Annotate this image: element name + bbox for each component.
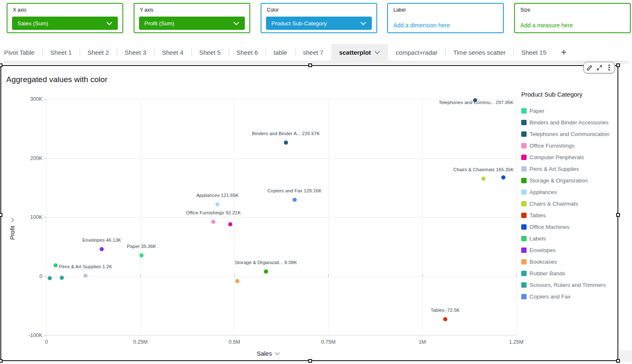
tab-Sheet 1[interactable]: Sheet 1 bbox=[42, 44, 80, 61]
resize-handle-top-right[interactable] bbox=[616, 63, 620, 67]
add-sheet-button[interactable]: + bbox=[554, 44, 573, 61]
tab-Pivot Table[interactable]: Pivot Table bbox=[0, 44, 42, 61]
point-label: Office Furnishings 92.21K bbox=[186, 210, 241, 215]
gridline-horizontal bbox=[46, 158, 516, 159]
tab-compact+radar[interactable]: compact+radar bbox=[388, 44, 445, 61]
legend-swatch bbox=[521, 201, 527, 206]
edit-pencil-icon[interactable] bbox=[586, 63, 594, 72]
x-axis-field-pill[interactable]: Sales (Sum) bbox=[12, 17, 118, 30]
legend-swatch bbox=[521, 189, 527, 195]
legend-item-label: Computer Peripherals bbox=[530, 154, 584, 160]
tab-sheet 7[interactable]: sheet 7 bbox=[295, 44, 331, 61]
scatter-point[interactable] bbox=[83, 274, 88, 278]
chevron-down-icon bbox=[360, 22, 366, 25]
y-axis-tick-label: 300K bbox=[19, 96, 42, 102]
legend-item[interactable]: Rubber Bands bbox=[521, 270, 618, 276]
field-well-title: Y axis bbox=[140, 7, 153, 13]
gridline-horizontal bbox=[46, 99, 516, 99]
legend-item-label: Pens & Art Supplies bbox=[530, 166, 579, 172]
y-axis-tick-mark bbox=[44, 335, 46, 336]
legend-item[interactable]: Scissors, Rulers and Trimmers bbox=[521, 282, 618, 288]
point-label: Storage & Organizati... 8.08K bbox=[235, 260, 297, 265]
legend-item[interactable]: Labels bbox=[521, 235, 618, 241]
gridline-horizontal bbox=[46, 277, 516, 277]
scatter-point[interactable] bbox=[54, 263, 58, 267]
scatter-point[interactable] bbox=[264, 269, 268, 274]
visual-toolbar bbox=[583, 62, 615, 73]
add-measure-placeholder[interactable]: Add a measure here bbox=[520, 22, 573, 29]
resize-handle-bottom-left[interactable] bbox=[0, 359, 2, 363]
scatter-point[interactable] bbox=[293, 198, 297, 202]
resize-handle-bottom-right[interactable] bbox=[616, 359, 620, 363]
legend-item[interactable]: Copiers and Fax bbox=[521, 294, 618, 299]
legend-item[interactable]: Office Furnishings bbox=[521, 143, 618, 148]
tab-label: Pivot Table bbox=[4, 49, 34, 56]
tab-label: Sheet 1 bbox=[50, 49, 72, 56]
color-field-pill[interactable]: Product Sub-Category bbox=[266, 17, 372, 30]
tab-Time series scatter[interactable]: Time series scatter bbox=[445, 44, 513, 61]
kebab-menu-icon[interactable] bbox=[605, 63, 613, 72]
scatter-point[interactable] bbox=[228, 222, 232, 226]
legend-item-label: Office Furnishings bbox=[530, 143, 575, 149]
field-well-color[interactable]: Color Product Sub-Category bbox=[261, 3, 377, 33]
resize-handle-middle-right[interactable] bbox=[616, 213, 620, 217]
y-axis-field-pill[interactable]: Profit (Sum) bbox=[139, 17, 245, 30]
scatter-point[interactable] bbox=[100, 247, 104, 251]
field-well-label[interactable]: Label Add a dimension here bbox=[387, 3, 504, 33]
scatter-point[interactable] bbox=[443, 317, 447, 321]
tab-Sheet 4[interactable]: Sheet 4 bbox=[154, 44, 191, 61]
add-dimension-placeholder[interactable]: Add a dimension here bbox=[393, 22, 450, 29]
expand-icon[interactable] bbox=[595, 63, 603, 72]
resize-handle-bottom-center[interactable] bbox=[308, 359, 312, 363]
gridline-vertical bbox=[516, 99, 517, 335]
scatter-point[interactable] bbox=[284, 141, 288, 145]
field-well-x-axis[interactable]: X axis Sales (Sum) bbox=[7, 3, 123, 33]
scatter-point[interactable] bbox=[48, 276, 52, 280]
scatter-point[interactable] bbox=[60, 276, 64, 280]
legend-swatch bbox=[521, 143, 527, 148]
tab-scatterplot-active[interactable]: scatterplot bbox=[331, 44, 388, 61]
tab-Sheet 2[interactable]: Sheet 2 bbox=[80, 44, 117, 61]
tab-table[interactable]: table bbox=[266, 44, 295, 61]
x-axis-tick-label: 0.75M bbox=[314, 339, 343, 345]
point-label: Appliances 121.65K bbox=[196, 193, 239, 198]
legend-item[interactable]: Storage & Organization bbox=[521, 177, 618, 183]
tab-label: Time series scatter bbox=[453, 49, 505, 56]
legend-item[interactable]: Telephones and Communication bbox=[521, 131, 618, 137]
legend-item[interactable]: Envelopes bbox=[521, 247, 618, 253]
scatter-point[interactable] bbox=[215, 202, 220, 206]
tab-label: Sheet 5 bbox=[199, 49, 221, 56]
tab-Sheet 15[interactable]: Sheet 15 bbox=[513, 44, 554, 61]
legend-item[interactable]: Tables bbox=[521, 212, 618, 218]
legend: Product Sub Category PaperBinders and Bi… bbox=[521, 91, 618, 305]
legend-item[interactable]: Appliances bbox=[521, 189, 618, 195]
legend-item-label: Labels bbox=[530, 235, 546, 242]
resize-handle-top-left[interactable] bbox=[0, 63, 2, 67]
legend-swatch bbox=[521, 213, 527, 218]
legend-item[interactable]: Bookcases bbox=[521, 259, 618, 265]
tab-Sheet 6[interactable]: Sheet 6 bbox=[229, 44, 266, 61]
resize-handle-top-center[interactable] bbox=[308, 63, 312, 67]
field-well-size[interactable]: Size Add a measure here bbox=[514, 3, 631, 33]
legend-item[interactable]: Chairs & Chairmats bbox=[521, 201, 618, 206]
legend-item[interactable]: Binders and Binder Accessories bbox=[521, 119, 618, 125]
x-axis-tick-mark bbox=[516, 274, 517, 277]
legend-item[interactable]: Office Machines bbox=[521, 224, 618, 230]
legend-swatch bbox=[521, 294, 527, 299]
scatter-point[interactable] bbox=[211, 220, 215, 224]
scatterplot-visual[interactable]: Aggregated values with color 00.25M0.5M0… bbox=[0, 65, 618, 361]
legend-item[interactable]: Pens & Art Supplies bbox=[521, 166, 618, 172]
scatter-point[interactable] bbox=[501, 175, 505, 180]
legend-item[interactable]: Paper bbox=[521, 108, 618, 114]
x-axis-name[interactable]: Sales bbox=[257, 350, 280, 357]
scatter-point[interactable] bbox=[139, 253, 144, 257]
resize-handle-middle-left[interactable] bbox=[0, 213, 2, 217]
field-well-y-axis[interactable]: Y axis Profit (Sum) bbox=[134, 3, 250, 33]
scatter-point[interactable] bbox=[235, 279, 239, 283]
tab-Sheet 5[interactable]: Sheet 5 bbox=[191, 44, 229, 61]
tab-Sheet 3[interactable]: Sheet 3 bbox=[117, 44, 154, 61]
scatter-point[interactable] bbox=[481, 177, 486, 181]
field-pill-label: Profit (Sum) bbox=[144, 20, 174, 27]
y-axis-name[interactable]: Profit bbox=[9, 206, 16, 251]
legend-item[interactable]: Computer Peripherals bbox=[521, 154, 618, 160]
